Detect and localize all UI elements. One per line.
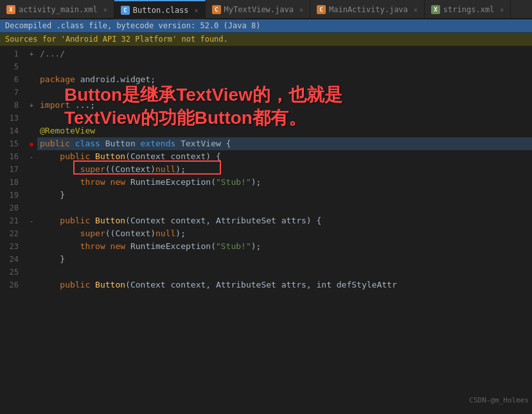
gutter-19 (26, 189, 37, 202)
line-num-16: 16 (0, 150, 22, 163)
tab-label-activity-main: activity_main.xml (19, 5, 98, 14)
gutter-8: + (26, 99, 37, 112)
gutter-14 (26, 125, 37, 137)
code-line-22: super((Context)null); (37, 227, 532, 240)
gutter-18 (26, 176, 37, 189)
info-bar: Decompiled .class file, bytecode version… (0, 19, 532, 33)
code-line-14: @RemoteView (37, 125, 532, 137)
code-line-23: throw new RuntimeException("Stub!"); (37, 240, 532, 253)
line-num-25: 25 (0, 266, 22, 279)
tab-label-mytextview: MyTextView.java (224, 5, 294, 14)
tab-close-mainactivity[interactable]: × (414, 6, 418, 13)
tab-activity-main[interactable]: X activity_main.xml × (0, 0, 114, 19)
warning-bar-text: Sources for 'Android API 32 Platform' no… (5, 35, 228, 44)
gutter-1: + (26, 47, 37, 60)
tab-mainactivity[interactable]: C MainActivity.java × (310, 0, 425, 19)
line-num-24: 24 (0, 253, 22, 266)
line-num-1: 1 (0, 47, 22, 60)
code-line-15: public class Button extends TextView { (37, 137, 532, 150)
tab-label-strings: strings.xml (443, 5, 494, 14)
gutter-23 (26, 240, 37, 253)
gutter-6 (26, 73, 37, 86)
gutter-24 (26, 253, 37, 266)
line-num-8: 8 (0, 99, 22, 112)
code-line-26: public Button(Context context, Attribute… (37, 279, 532, 291)
code-content: /.../ package android.widget; import ...… (37, 46, 532, 408)
line-num-17: 17 (0, 163, 22, 176)
tab-mytextview[interactable]: C MyTextView.java × (206, 0, 310, 19)
line-num-26: 26 (0, 279, 22, 291)
code-line-19: } (37, 189, 532, 202)
line-num-14: 14 (0, 125, 22, 137)
tab-close-strings[interactable]: × (500, 6, 504, 13)
tab-close-activity-main[interactable]: × (103, 6, 107, 13)
code-line-25 (37, 266, 532, 279)
code-line-13 (37, 112, 532, 125)
code-area: Button是继承TextView的，也就是 TextView的功能Button… (0, 46, 532, 408)
code-line-16: public Button(Context context) { (37, 150, 532, 163)
line-num-21: 21 (0, 214, 22, 227)
code-line-8: import ...; (37, 99, 532, 112)
line-num-13: 13 (0, 112, 22, 125)
line-num-7: 7 (0, 86, 22, 99)
tab-strings[interactable]: X strings.xml × (425, 0, 511, 19)
tab-close-button-class[interactable]: × (195, 7, 199, 14)
line-numbers: 1 5 6 7 8 13 14 15 16 17 18 19 20 21 22 … (0, 46, 26, 408)
line-num-20: 20 (0, 202, 22, 214)
gutter-20 (26, 202, 37, 214)
code-line-21: public Button(Context context, Attribute… (37, 214, 532, 227)
code-line-18: throw new RuntimeException("Stub!"); (37, 176, 532, 189)
code-line-5 (37, 60, 532, 73)
gutter-25 (26, 266, 37, 279)
gutter-7 (26, 86, 37, 99)
gutter-22 (26, 227, 37, 240)
line-num-23: 23 (0, 240, 22, 253)
gutter: + + ● - - (26, 46, 37, 408)
line-num-5: 5 (0, 60, 22, 73)
line-num-6: 6 (0, 73, 22, 86)
line-num-15: 15 (0, 137, 22, 150)
gutter-21: - (26, 214, 37, 227)
tab-close-mytextview[interactable]: × (299, 6, 303, 13)
watermark: CSDN-@m_Holmes (469, 396, 529, 404)
gutter-13 (26, 112, 37, 125)
tab-icon-java-m: C (317, 5, 326, 14)
tab-label-mainactivity: MainActivity.java (329, 5, 408, 14)
gutter-15: ● (26, 137, 37, 150)
warning-bar: Sources for 'Android API 32 Platform' no… (0, 33, 532, 46)
code-line-20 (37, 202, 532, 214)
code-line-17: super((Context)null); (37, 163, 532, 176)
tab-label-button-class: Button.class (133, 6, 189, 15)
line-num-18: 18 (0, 176, 22, 189)
line-num-22: 22 (0, 227, 22, 240)
tab-button-class[interactable]: C Button.class × (114, 0, 206, 19)
info-bar-text: Decompiled .class file, bytecode version… (5, 21, 260, 30)
gutter-26 (26, 279, 37, 291)
tab-icon-xml: X (6, 5, 15, 14)
line-num-19: 19 (0, 189, 22, 202)
code-line-6: package android.widget; (37, 73, 532, 86)
tab-icon-class: C (121, 6, 130, 15)
gutter-17 (26, 163, 37, 176)
tab-icon-java-c: C (212, 5, 221, 14)
code-line-24: } (37, 253, 532, 266)
gutter-16: - (26, 150, 37, 163)
tab-icon-strings: X (431, 5, 440, 14)
code-line-1: /.../ (37, 47, 532, 60)
gutter-5 (26, 60, 37, 73)
code-line-7 (37, 86, 532, 99)
tab-bar: X activity_main.xml × C Button.class × C… (0, 0, 532, 19)
